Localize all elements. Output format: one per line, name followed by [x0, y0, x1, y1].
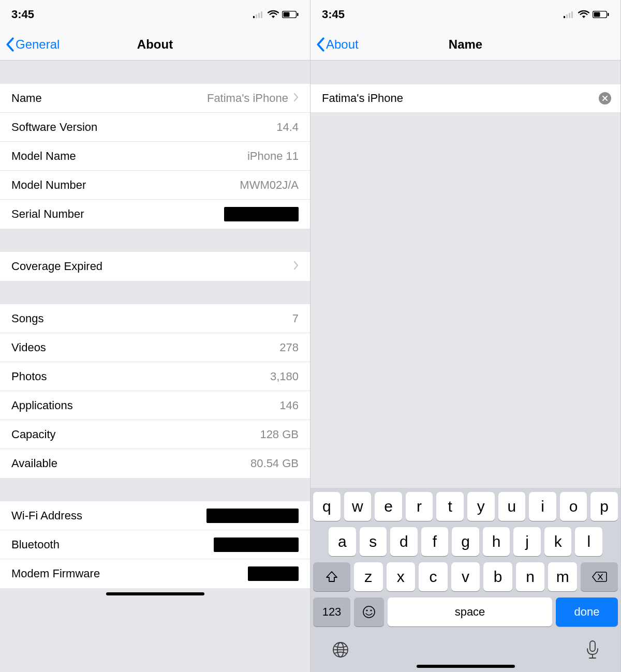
- row-label: Modem Firmware: [11, 567, 100, 580]
- row-model-name: Model Name iPhone 11: [0, 142, 310, 171]
- key-q[interactable]: q: [313, 492, 341, 521]
- chevron-left-icon: [5, 37, 14, 52]
- svg-rect-8: [566, 14, 568, 18]
- row-label: Wi-Fi Address: [11, 509, 82, 522]
- microphone-icon: [586, 640, 599, 660]
- key-f[interactable]: f: [421, 527, 449, 556]
- svg-rect-12: [594, 12, 600, 17]
- key-b[interactable]: b: [483, 562, 512, 591]
- dictation-button[interactable]: [586, 640, 599, 662]
- key-w[interactable]: w: [344, 492, 372, 521]
- row-wifi-address: Wi-Fi Address: [0, 501, 310, 530]
- key-y[interactable]: y: [467, 492, 495, 521]
- key-d[interactable]: d: [390, 527, 418, 556]
- svg-point-15: [366, 609, 367, 611]
- key-r[interactable]: r: [406, 492, 433, 521]
- svg-rect-9: [569, 13, 570, 18]
- svg-rect-5: [284, 12, 290, 17]
- row-value: 146: [279, 399, 299, 412]
- back-button[interactable]: General: [5, 37, 60, 52]
- key-emoji[interactable]: [354, 598, 384, 626]
- row-label: Songs: [11, 312, 43, 325]
- row-value: [248, 566, 299, 581]
- row-value: 7: [292, 312, 299, 325]
- key-z[interactable]: z: [354, 562, 383, 591]
- key-s[interactable]: s: [360, 527, 387, 556]
- row-capacity: Capacity 128 GB: [0, 420, 310, 449]
- key-c[interactable]: c: [419, 562, 448, 591]
- row-model-number: Model Number MWM02J/A: [0, 171, 310, 200]
- row-value: 128 GB: [260, 428, 299, 441]
- row-value: [224, 207, 299, 221]
- globe-button[interactable]: [332, 641, 349, 661]
- wifi-icon: [268, 10, 279, 19]
- about-group-device: Name Fatima's iPhone Software Version 14…: [0, 84, 310, 229]
- close-icon: [602, 95, 608, 101]
- svg-point-16: [370, 609, 372, 611]
- name-input[interactable]: [322, 92, 599, 105]
- svg-rect-0: [253, 16, 255, 18]
- backspace-icon: [592, 571, 607, 583]
- row-software-version: Software Version 14.4: [0, 113, 310, 142]
- page-title: Name: [449, 37, 482, 52]
- key-backspace[interactable]: [581, 562, 618, 591]
- cellular-signal-icon: [253, 11, 264, 18]
- key-o[interactable]: o: [560, 492, 587, 521]
- globe-icon: [332, 641, 349, 659]
- name-edit-row: [310, 84, 620, 113]
- row-name[interactable]: Name Fatima's iPhone: [0, 84, 310, 113]
- key-shift[interactable]: [313, 562, 350, 591]
- row-value: Fatima's iPhone: [207, 92, 299, 105]
- key-space[interactable]: space: [388, 598, 552, 626]
- status-icons: [564, 10, 609, 19]
- wifi-icon: [578, 10, 589, 19]
- key-u[interactable]: u: [498, 492, 526, 521]
- key-p[interactable]: p: [590, 492, 618, 521]
- row-coverage-expired[interactable]: Coverage Expired: [0, 252, 310, 281]
- key-l[interactable]: l: [575, 527, 602, 556]
- svg-rect-20: [590, 641, 595, 651]
- key-n[interactable]: n: [516, 562, 545, 591]
- row-label: Applications: [11, 399, 73, 412]
- row-value: iPhone 11: [247, 150, 299, 163]
- row-label: Videos: [11, 341, 46, 354]
- key-m[interactable]: m: [548, 562, 577, 591]
- key-done[interactable]: done: [556, 598, 618, 626]
- home-indicator[interactable]: [106, 592, 204, 595]
- about-screen: 3:45 General About Name Fatima's iPhone: [0, 0, 310, 672]
- home-indicator[interactable]: [417, 665, 515, 668]
- key-x[interactable]: x: [387, 562, 416, 591]
- key-k[interactable]: k: [544, 527, 572, 556]
- row-label: Available: [11, 457, 57, 470]
- redacted-bluetooth: [214, 537, 299, 552]
- key-v[interactable]: v: [451, 562, 480, 591]
- svg-rect-6: [297, 13, 299, 16]
- row-value: 278: [279, 341, 299, 354]
- row-value: 80.54 GB: [250, 457, 299, 470]
- status-time: 3:45: [322, 8, 345, 21]
- cellular-signal-icon: [564, 11, 575, 18]
- shift-icon: [325, 570, 338, 584]
- row-label: Bluetooth: [11, 538, 60, 551]
- key-e[interactable]: e: [375, 492, 402, 521]
- row-label: Photos: [11, 370, 47, 383]
- row-videos: Videos 278: [0, 333, 310, 362]
- keyboard-row-4: 123 space done: [313, 598, 618, 626]
- key-j[interactable]: j: [513, 527, 541, 556]
- keyboard-row-2: a s d f g h j k l: [313, 527, 618, 556]
- key-i[interactable]: i: [529, 492, 556, 521]
- row-photos: Photos 3,180: [0, 362, 310, 391]
- key-g[interactable]: g: [452, 527, 479, 556]
- key-numbers[interactable]: 123: [313, 598, 350, 626]
- key-h[interactable]: h: [483, 527, 510, 556]
- about-group-coverage: Coverage Expired: [0, 252, 310, 281]
- chevron-left-icon: [316, 37, 325, 52]
- key-t[interactable]: t: [436, 492, 464, 521]
- row-songs: Songs 7: [0, 304, 310, 333]
- clear-input-button[interactable]: [599, 92, 611, 104]
- back-label: General: [16, 37, 60, 52]
- emoji-icon: [362, 605, 376, 619]
- back-button[interactable]: About: [316, 37, 359, 52]
- key-a[interactable]: a: [329, 527, 356, 556]
- chevron-right-icon: [293, 260, 299, 273]
